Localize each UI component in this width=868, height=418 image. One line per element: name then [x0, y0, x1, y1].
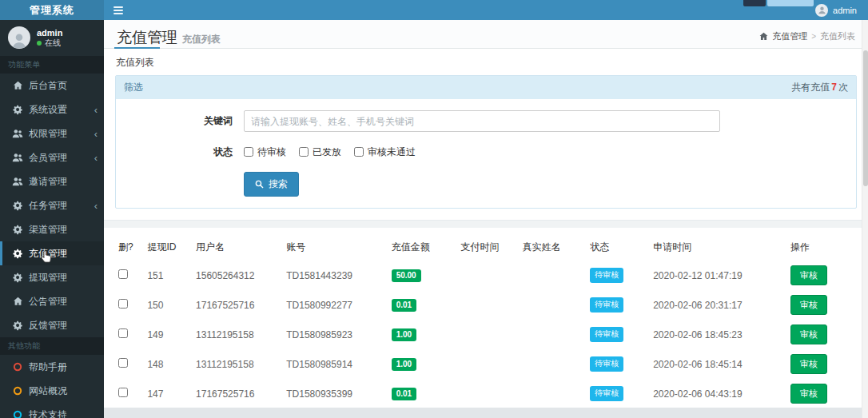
row-checkbox[interactable]	[118, 388, 128, 397]
audit-button[interactable]: 审核	[790, 324, 827, 344]
sidebar-item-权限管理[interactable]: 权限管理‹	[0, 121, 104, 145]
sidebar-item-label: 任务管理	[29, 199, 89, 213]
status-badge: 待审核	[590, 327, 623, 342]
recharge-count-summary: 共有充值7次	[791, 81, 848, 94]
cell-withdraw-id: 149	[144, 320, 193, 349]
table-row: 15115605264312TD158144323950.00待审核2020-0…	[115, 261, 857, 290]
filter-form: 关键词 状态 待审核已发放审核未通过	[116, 99, 856, 208]
cell-status: 待审核	[587, 379, 650, 408]
circle-icon	[12, 409, 23, 418]
content-header: 充值管理充值列表 充值管理 > 充值列表	[104, 20, 868, 49]
sidebar-item-网站概况[interactable]: 网站概况	[0, 379, 104, 403]
cell-pay-time	[458, 379, 520, 408]
amount-badge: 0.01	[392, 388, 416, 400]
audit-button[interactable]: 审核	[790, 354, 827, 374]
breadcrumb-separator: >	[811, 32, 816, 41]
breadcrumb: 充值管理 > 充值列表	[759, 30, 855, 42]
admin-app: 管理系统 admin admin	[0, 0, 868, 418]
cell-action: 审核	[787, 349, 857, 379]
sidebar-item-label: 帮助手册	[29, 360, 98, 374]
user-avatar-icon	[815, 4, 828, 17]
home-icon	[759, 32, 768, 41]
sidebar-item-技术支持[interactable]: 技术支持	[0, 403, 104, 418]
avatar	[8, 26, 30, 49]
audit-button[interactable]: 审核	[790, 265, 827, 285]
cell-account: TD1581443239	[283, 261, 388, 290]
status-badge: 待审核	[590, 297, 623, 313]
cell-action: 审核	[787, 261, 857, 290]
audit-button[interactable]: 审核	[790, 295, 827, 315]
search-button-label: 搜索	[269, 177, 288, 191]
search-row: 搜索	[124, 172, 848, 197]
vertical-scrollbar[interactable]	[862, 20, 868, 418]
sidebar-item-帮助手册[interactable]: 帮助手册	[0, 355, 104, 379]
sidebar-item-任务管理[interactable]: 任务管理‹	[0, 193, 104, 217]
column-header: 申请时间	[650, 234, 787, 261]
sidebar-item-渠道管理[interactable]: 渠道管理	[0, 217, 104, 241]
sidebar-item-公告管理[interactable]: 公告管理	[0, 289, 104, 313]
gears-icon	[12, 248, 23, 259]
table-panel: 删?提现ID用户名账号充值金额支付时间真实姓名状态申请时间操作 15115605…	[104, 228, 868, 418]
cell-account: TD1580992277	[283, 290, 388, 320]
status-options: 待审核已发放审核未通过	[244, 141, 848, 162]
main-content: 充值管理充值列表 充值管理 > 充值列表 充值列表 筛选 共有充值7次	[104, 20, 868, 418]
search-button[interactable]: 搜索	[244, 172, 299, 197]
cell-pay-time	[458, 320, 520, 349]
cell-amount: 1.00	[388, 320, 458, 349]
scrollbar-thumb[interactable]	[863, 50, 868, 186]
sidebar-item-充值管理[interactable]: 充值管理	[0, 241, 104, 265]
cell-real-name	[519, 379, 587, 408]
filter-panel-header: 筛选 共有充值7次	[116, 76, 856, 99]
cell-username: 17167525716	[193, 290, 283, 320]
table-row: 14913112195158TD15809859231.00待审核2020-02…	[115, 320, 857, 349]
status-checkbox-审核未通过[interactable]: 审核未通过	[354, 141, 416, 162]
sidebar-item-后台首页[interactable]: 后台首页	[0, 74, 104, 98]
sidebar-item-邀请管理[interactable]: 邀请管理	[0, 169, 104, 193]
cell-withdraw-id: 147	[144, 379, 193, 408]
status-row: 状态 待审核已发放审核未通过	[124, 141, 848, 162]
recharge-table: 删?提现ID用户名账号充值金额支付时间真实姓名状态申请时间操作 15115605…	[115, 234, 857, 418]
row-checkbox[interactable]	[118, 269, 128, 279]
audit-button[interactable]: 审核	[790, 384, 827, 404]
cell-account: TD1580935399	[283, 379, 388, 408]
sidebar-item-反馈管理[interactable]: 反馈管理	[0, 313, 104, 337]
row-select-cell	[115, 290, 144, 320]
column-header: 真实姓名	[519, 234, 587, 261]
gears-icon	[12, 104, 23, 115]
status-checkbox-已发放[interactable]: 已发放	[299, 141, 341, 162]
row-checkbox[interactable]	[118, 299, 128, 309]
sidebar-item-label: 反馈管理	[29, 319, 98, 332]
navbar-user-menu[interactable]: admin	[815, 0, 857, 20]
cell-pay-time	[458, 261, 520, 290]
keyword-input[interactable]	[244, 110, 720, 132]
sidebar-username: admin	[37, 28, 62, 38]
brand-logo[interactable]: 管理系统	[0, 0, 104, 20]
checkbox-icon[interactable]	[299, 147, 309, 157]
checkbox-icon[interactable]	[354, 147, 364, 157]
column-header: 删?	[115, 234, 144, 261]
sidebar-toggle-icon[interactable]	[104, 0, 133, 20]
panel-body: 筛选 共有充值7次 关键词 状态	[104, 75, 868, 220]
menu-section-label: 功能菜单	[0, 56, 104, 74]
active-tab-indicator	[114, 47, 160, 49]
top-navbar: 管理系统 admin	[0, 0, 868, 20]
column-header: 账号	[283, 234, 388, 261]
sidebar-item-提现管理[interactable]: 提现管理	[0, 265, 104, 289]
row-select-cell	[115, 349, 144, 379]
column-header: 状态	[587, 234, 650, 261]
checkbox-label: 审核未通过	[368, 141, 416, 162]
row-checkbox[interactable]	[118, 328, 128, 338]
sidebar-user-info: admin 在线	[37, 28, 62, 48]
breadcrumb-current: 充值列表	[820, 30, 855, 42]
chevron-left-icon: ‹	[94, 105, 98, 115]
row-checkbox[interactable]	[118, 358, 128, 368]
chevron-left-icon: ‹	[94, 201, 98, 211]
sidebar-item-label: 渠道管理	[29, 223, 98, 237]
breadcrumb-parent[interactable]: 充值管理	[772, 30, 807, 42]
cell-username: 15605264312	[193, 261, 283, 290]
status-checkbox-待审核[interactable]: 待审核	[244, 141, 286, 162]
sidebar-item-会员管理[interactable]: 会员管理‹	[0, 145, 104, 169]
checkbox-icon[interactable]	[244, 147, 253, 157]
online-status-label: 在线	[45, 38, 61, 48]
sidebar-item-系统设置[interactable]: 系统设置‹	[0, 98, 104, 121]
